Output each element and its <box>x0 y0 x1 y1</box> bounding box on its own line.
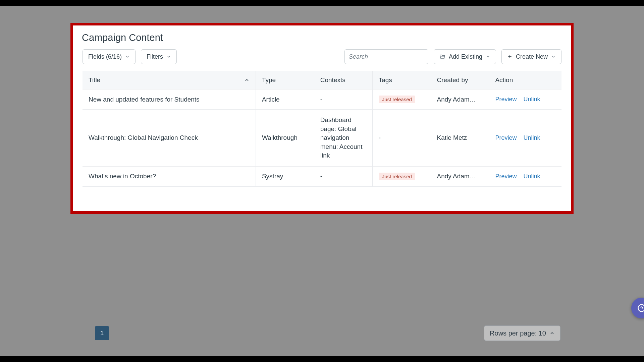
help-floating-button[interactable] <box>631 298 644 318</box>
help-icon <box>637 303 644 313</box>
cell-title: New and updated features for Students <box>83 89 256 110</box>
svg-point-4 <box>638 305 644 312</box>
unlink-link[interactable]: Unlink <box>523 173 540 180</box>
page-number-current[interactable]: 1 <box>95 326 109 340</box>
column-created-by[interactable]: Created by <box>431 71 489 89</box>
search-input[interactable] <box>349 53 427 60</box>
panel-title: Campaign Content <box>82 32 561 43</box>
chevron-up-icon <box>549 330 555 336</box>
add-existing-button[interactable]: Add Existing <box>434 49 496 64</box>
filters-label: Filters <box>147 53 163 60</box>
column-title[interactable]: Title <box>83 71 256 89</box>
cell-contexts: - <box>314 166 372 186</box>
preview-link[interactable]: Preview <box>495 173 517 180</box>
table-header-row: Title Type Contexts Tags Created by Acti… <box>83 71 561 89</box>
fields-dropdown[interactable]: Fields (6/16) <box>83 49 136 64</box>
folder-open-icon <box>439 54 445 60</box>
column-contexts[interactable]: Contexts <box>314 71 372 89</box>
chevron-down-icon <box>166 54 171 59</box>
fields-label: Fields (6/16) <box>88 53 122 60</box>
cell-action: Preview Unlink <box>489 110 561 167</box>
rows-per-page-label: Rows per page: 10 <box>490 329 546 337</box>
chevron-down-icon <box>125 54 130 59</box>
cell-tags: Just released <box>372 166 431 186</box>
create-new-button[interactable]: Create New <box>501 49 561 64</box>
cell-created-by: Andy Adam… <box>431 89 489 110</box>
plus-icon <box>507 54 513 59</box>
cell-title: Walkthrough: Global Navigation Check <box>83 110 256 167</box>
campaign-content-panel: Campaign Content Fields (6/16) Filters A… <box>73 25 571 211</box>
cell-type: Article <box>256 89 314 110</box>
cell-contexts: Dashboard page: Global navigation menu: … <box>314 110 372 167</box>
unlink-link[interactable]: Unlink <box>523 134 540 141</box>
content-table: Title Type Contexts Tags Created by Acti… <box>83 71 561 187</box>
search-field[interactable] <box>344 49 428 64</box>
page-background: Campaign Content Fields (6/16) Filters A… <box>0 6 644 356</box>
unlink-link[interactable]: Unlink <box>523 96 540 103</box>
tag-badge: Just released <box>379 173 415 180</box>
chevron-down-icon <box>486 54 490 59</box>
table-row: What's new in October? Systray - Just re… <box>83 166 561 186</box>
cell-type: Walkthrough <box>256 110 314 167</box>
column-type[interactable]: Type <box>256 71 314 89</box>
chevron-up-icon <box>244 77 250 83</box>
cell-created-by: Katie Metz <box>431 110 489 167</box>
table-row: New and updated features for Students Ar… <box>83 89 561 110</box>
cell-action: Preview Unlink <box>489 89 561 110</box>
preview-link[interactable]: Preview <box>495 96 517 103</box>
preview-link[interactable]: Preview <box>495 134 517 141</box>
cell-created-by: Andy Adam… <box>431 166 489 186</box>
create-new-label: Create New <box>516 53 548 60</box>
tag-badge: Just released <box>379 96 415 103</box>
table-row: Walkthrough: Global Navigation Check Wal… <box>83 110 561 167</box>
chevron-down-icon <box>551 54 556 59</box>
cell-type: Systray <box>256 166 314 186</box>
pagination-bar: 1 Rows per page: 10 <box>84 325 560 341</box>
filters-dropdown[interactable]: Filters <box>141 49 177 64</box>
rows-per-page-dropdown[interactable]: Rows per page: 10 <box>484 325 560 341</box>
cell-contexts: - <box>314 89 372 110</box>
column-tags[interactable]: Tags <box>372 71 431 89</box>
cell-action: Preview Unlink <box>489 166 561 186</box>
cell-tags: - <box>372 110 431 167</box>
cell-tags: Just released <box>372 89 431 110</box>
cell-title: What's new in October? <box>83 166 256 186</box>
toolbar: Fields (6/16) Filters Add Existing Creat… <box>83 49 561 64</box>
column-action: Action <box>489 71 561 89</box>
column-title-label: Title <box>89 76 100 84</box>
add-existing-label: Add Existing <box>449 53 482 60</box>
